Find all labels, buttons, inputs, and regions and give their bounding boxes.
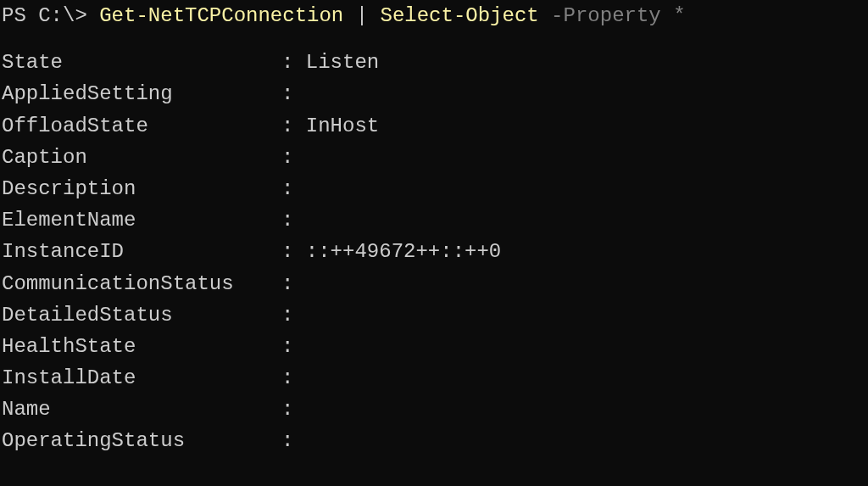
output-row: DetailedStatus: — [2, 299, 866, 331]
property-key: AppliedSetting — [2, 78, 281, 109]
parameter-value-wildcard: * — [673, 4, 685, 27]
property-key: InstallDate — [2, 362, 281, 394]
output-block: State: Listen AppliedSetting: OffloadSta… — [0, 47, 868, 456]
property-key: Caption — [2, 142, 281, 173]
property-key: Description — [2, 173, 281, 204]
terminal[interactable]: PS C:\> Get-NetTCPConnection | Select-Ob… — [0, 0, 868, 457]
pipe-operator: | — [343, 4, 380, 27]
cmdlet-select-object: Select-Object — [380, 4, 538, 27]
output-row: HealthState: — [2, 331, 866, 362]
cmdlet-get-nettcpconnection: Get-NetTCPConnection — [99, 4, 343, 27]
output-row: OffloadState: InHost — [2, 110, 866, 142]
output-row: Name: — [2, 394, 866, 425]
prompt-prefix: PS C:\> — [2, 4, 99, 27]
output-row: CommunicationStatus: — [2, 268, 866, 299]
property-key: Name — [2, 394, 281, 425]
output-row: ElementName: — [2, 204, 866, 236]
output-row: InstallDate: — [2, 362, 866, 394]
output-row: Description: — [2, 173, 866, 204]
property-key: ElementName — [2, 204, 281, 236]
prompt-line: PS C:\> Get-NetTCPConnection | Select-Ob… — [0, 0, 868, 47]
property-key: HealthState — [2, 331, 281, 362]
property-key: CommunicationStatus — [2, 268, 281, 299]
property-key: DetailedStatus — [2, 299, 281, 331]
parameter-property: -Property — [539, 4, 673, 27]
property-value: Listen — [306, 51, 379, 74]
property-key: OperatingStatus — [2, 425, 281, 456]
property-key: InstanceID — [2, 236, 281, 267]
output-row: State: Listen — [2, 47, 866, 78]
property-value: ::++49672++::++0 — [306, 240, 501, 263]
output-row: InstanceID: ::++49672++::++0 — [2, 236, 866, 267]
property-key: State — [2, 47, 281, 78]
output-row: OperatingStatus: — [2, 425, 866, 456]
output-row: AppliedSetting: — [2, 78, 866, 109]
output-row: Caption: — [2, 142, 866, 173]
property-key: OffloadState — [2, 110, 281, 142]
property-value: InHost — [306, 115, 379, 137]
